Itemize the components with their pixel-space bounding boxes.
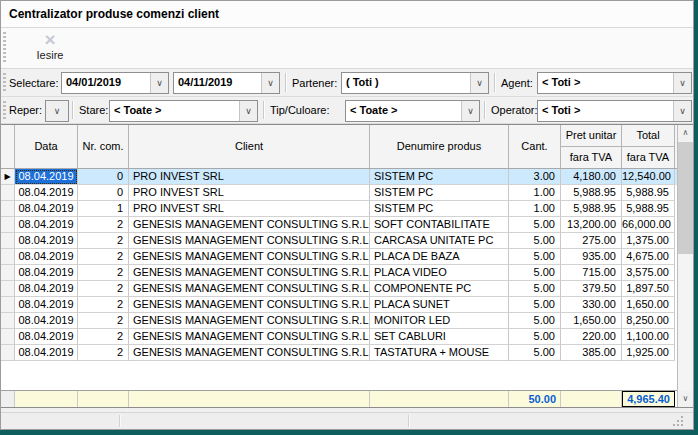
table-row[interactable]: ▶08.04.20190PRO INVEST SRLSISTEM PC3.004… xyxy=(1,169,693,185)
table-row[interactable]: 08.04.20192GENESIS MANAGEMENT CONSULTING… xyxy=(1,233,693,249)
cell-pret-unitar[interactable]: 275.00 xyxy=(561,233,622,249)
cell-denumire-produs[interactable]: PLACA DE BAZA xyxy=(370,249,509,265)
cell-nr-com[interactable]: 2 xyxy=(78,297,129,313)
cell-cant[interactable]: 1.00 xyxy=(509,201,561,217)
row-selector-cell[interactable] xyxy=(1,217,15,233)
chevron-down-icon[interactable]: ∨ xyxy=(673,101,691,121)
table-row[interactable]: 08.04.20192GENESIS MANAGEMENT CONSULTING… xyxy=(1,329,693,345)
table-row[interactable]: 08.04.20192GENESIS MANAGEMENT CONSULTING… xyxy=(1,313,693,329)
cell-client[interactable]: GENESIS MANAGEMENT CONSULTING S.R.L. xyxy=(129,265,370,281)
cell-nr-com[interactable]: 0 xyxy=(78,185,129,201)
chevron-down-icon[interactable]: ∨ xyxy=(470,73,488,93)
cell-total[interactable]: 1,100.00 xyxy=(622,329,675,345)
row-selector-cell[interactable] xyxy=(1,249,15,265)
cell-data[interactable]: 08.04.2019 xyxy=(15,265,78,281)
table-row[interactable]: 08.04.20190PRO INVEST SRLSISTEM PC1.005,… xyxy=(1,185,693,201)
cell-client[interactable]: GENESIS MANAGEMENT CONSULTING S.R.L. xyxy=(129,329,370,345)
table-row[interactable]: 08.04.20192GENESIS MANAGEMENT CONSULTING… xyxy=(1,281,693,297)
cell-pret-unitar[interactable]: 715.00 xyxy=(561,265,622,281)
cell-denumire-produs[interactable]: MONITOR LED xyxy=(370,313,509,329)
scrollbar-thumb[interactable] xyxy=(678,142,693,254)
date-to-combo[interactable]: 04/11/2019 ∨ xyxy=(173,72,280,94)
table-row[interactable]: 08.04.20192GENESIS MANAGEMENT CONSULTING… xyxy=(1,217,693,233)
cell-cant[interactable]: 5.00 xyxy=(509,233,561,249)
chevron-down-icon[interactable]: ∨ xyxy=(150,73,168,93)
header-client[interactable]: Client xyxy=(129,125,370,168)
row-selector-cell[interactable]: ▶ xyxy=(1,169,15,185)
header-pret-unitar[interactable]: Pret unitar fara TVA xyxy=(561,125,622,168)
cell-nr-com[interactable]: 2 xyxy=(78,217,129,233)
chevron-up-icon[interactable]: ∧ xyxy=(678,125,693,141)
cell-data[interactable]: 08.04.2019 xyxy=(15,313,78,329)
cell-data[interactable]: 08.04.2019 xyxy=(15,233,78,249)
date-from-combo[interactable]: 04/01/2019 ∨ xyxy=(61,72,169,94)
cell-denumire-produs[interactable]: SISTEM PC xyxy=(370,169,509,185)
cell-pret-unitar[interactable]: 5,988.95 xyxy=(561,185,622,201)
cell-data[interactable]: 08.04.2019 xyxy=(15,297,78,313)
table-row[interactable]: 08.04.20192GENESIS MANAGEMENT CONSULTING… xyxy=(1,265,693,281)
cell-total[interactable]: 5,988.95 xyxy=(622,185,675,201)
operator-combo[interactable]: < Toti > ∨ xyxy=(537,100,692,122)
cell-pret-unitar[interactable]: 935.00 xyxy=(561,249,622,265)
chevron-down-icon[interactable]: ∨ xyxy=(261,73,279,93)
cell-denumire-produs[interactable]: SISTEM PC xyxy=(370,201,509,217)
cell-client[interactable]: PRO INVEST SRL xyxy=(129,201,370,217)
cell-data[interactable]: 08.04.2019 xyxy=(15,345,78,361)
row-selector-cell[interactable] xyxy=(1,313,15,329)
cell-total[interactable]: 4,675.00 xyxy=(622,249,675,265)
resize-grip-icon[interactable] xyxy=(673,416,683,426)
table-row[interactable]: 08.04.20191PRO INVEST SRLSISTEM PC1.005,… xyxy=(1,201,693,217)
cell-denumire-produs[interactable]: SET CABLURI xyxy=(370,329,509,345)
cell-client[interactable]: GENESIS MANAGEMENT CONSULTING S.R.L. xyxy=(129,217,370,233)
chevron-down-icon[interactable]: ∨ xyxy=(678,391,693,407)
cell-cant[interactable]: 5.00 xyxy=(509,313,561,329)
chevron-down-icon[interactable]: ∨ xyxy=(673,73,691,93)
row-selector-cell[interactable] xyxy=(1,233,15,249)
chevron-down-icon[interactable]: ∨ xyxy=(461,101,479,121)
cell-client[interactable]: GENESIS MANAGEMENT CONSULTING S.R.L. xyxy=(129,345,370,361)
cell-total[interactable]: 5,988.95 xyxy=(622,201,675,217)
row-selector-cell[interactable] xyxy=(1,265,15,281)
cell-pret-unitar[interactable]: 4,180.00 xyxy=(561,169,622,185)
cell-data[interactable]: 08.04.2019 xyxy=(15,185,78,201)
cell-pret-unitar[interactable]: 220.00 xyxy=(561,329,622,345)
cell-cant[interactable]: 5.00 xyxy=(509,281,561,297)
header-total[interactable]: Total fara TVA xyxy=(622,125,675,168)
row-selector-cell[interactable] xyxy=(1,329,15,345)
chevron-down-icon[interactable]: ∨ xyxy=(239,101,257,121)
chevron-down-icon[interactable]: ∨ xyxy=(46,101,68,121)
cell-denumire-produs[interactable]: COMPONENTE PC xyxy=(370,281,509,297)
cell-denumire-produs[interactable]: CARCASA UNITATE PC xyxy=(370,233,509,249)
stare-combo[interactable]: < Toate > ∨ xyxy=(109,100,258,122)
cell-cant[interactable]: 3.00 xyxy=(509,169,561,185)
cell-client[interactable]: PRO INVEST SRL xyxy=(129,185,370,201)
agent-combo[interactable]: < Toti > ∨ xyxy=(537,72,692,94)
cell-total[interactable]: 66,000.00 xyxy=(622,217,675,233)
row-selector-cell[interactable] xyxy=(1,281,15,297)
cell-client[interactable]: GENESIS MANAGEMENT CONSULTING S.R.L. xyxy=(129,281,370,297)
tip-culoare-combo[interactable]: < Toate > ∨ xyxy=(345,100,480,122)
cell-total[interactable]: 1,897.50 xyxy=(622,281,675,297)
cell-total[interactable]: 1,375.00 xyxy=(622,233,675,249)
cell-nr-com[interactable]: 2 xyxy=(78,265,129,281)
cell-client[interactable]: PRO INVEST SRL xyxy=(129,169,370,185)
header-cant[interactable]: Cant. xyxy=(509,125,561,168)
cell-nr-com[interactable]: 2 xyxy=(78,345,129,361)
cell-data[interactable]: 08.04.2019 xyxy=(15,281,78,297)
reper-combo[interactable]: ∨ xyxy=(45,100,69,122)
cell-client[interactable]: GENESIS MANAGEMENT CONSULTING S.R.L. xyxy=(129,249,370,265)
cell-cant[interactable]: 5.00 xyxy=(509,249,561,265)
cell-denumire-produs[interactable]: SOFT CONTABILITATE xyxy=(370,217,509,233)
exit-button[interactable]: × Iesire xyxy=(23,31,77,66)
cell-data[interactable]: 08.04.2019 xyxy=(15,249,78,265)
cell-total[interactable]: 1,925.00 xyxy=(622,345,675,361)
vertical-scrollbar[interactable]: ∧ ∨ xyxy=(677,125,693,407)
cell-data[interactable]: 08.04.2019 xyxy=(15,329,78,345)
cell-cant[interactable]: 5.00 xyxy=(509,329,561,345)
cell-client[interactable]: GENESIS MANAGEMENT CONSULTING S.R.L. xyxy=(129,297,370,313)
header-nr-com[interactable]: Nr. com. xyxy=(78,125,129,168)
cell-denumire-produs[interactable]: TASTATURA + MOUSE xyxy=(370,345,509,361)
cell-total[interactable]: 8,250.00 xyxy=(622,313,675,329)
cell-client[interactable]: GENESIS MANAGEMENT CONSULTING S.R.L. xyxy=(129,313,370,329)
cell-cant[interactable]: 5.00 xyxy=(509,217,561,233)
